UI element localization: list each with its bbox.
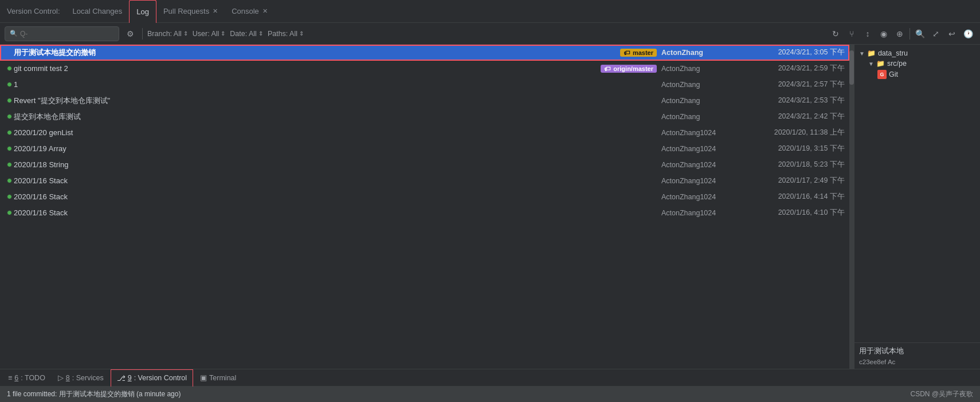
branch-filter-label: Branch: All [147,30,182,38]
log-graph-dot [5,210,14,215]
log-row[interactable]: 2020/1/19 ArrayActonZhang10242020/1/19, … [0,141,849,157]
log-row[interactable]: 2020/1/16 StackActonZhang10242020/1/17, … [0,173,849,189]
log-message: git commit test 2 [14,64,601,73]
log-row[interactable]: 2020/1/16 StackActonZhang10242020/1/16, … [0,205,849,221]
pin-button[interactable]: ⊕ [892,26,907,41]
scrollbar[interactable] [849,45,854,369]
log-graph-dot [5,130,14,135]
settings-button[interactable]: ⚙ [123,26,138,41]
main-content: 用于测试本地提交的撤销🏷 masterActonZhang2024/3/21, … [0,45,980,369]
log-message: 1 [14,80,657,89]
commit-hash: c23ee8ef Ac [859,358,975,365]
status-bar-right: CSDN @吴声子夜歌 [910,389,973,399]
search-icon: 🔍 [10,30,18,37]
log-date: 2020/1/16, 4:14 下午 [736,192,845,202]
folder-src-icon: 📁 [876,60,885,68]
log-badges: 🏷 master [620,49,657,57]
search-input[interactable] [20,30,112,38]
log-graph-dot [5,98,14,103]
log-graph-dot [5,114,14,119]
bottom-tab-version-control[interactable]: ⎇ 9 : Version Control [111,369,193,387]
log-graph-dot [5,162,14,167]
todo-icon: ≡ [8,374,12,382]
separator-1 [142,28,143,40]
folder-icon: 📁 [867,49,876,57]
log-date: 2024/3/21, 3:05 下午 [736,48,845,57]
log-date: 2024/3/21, 2:42 下午 [736,112,845,121]
log-message: Revert "提交到本地仓库测试" [14,96,657,106]
refresh-button[interactable]: ↻ [828,26,843,41]
log-row[interactable]: 2020/1/20 genListActonZhang10242020/1/20… [0,125,849,141]
tab-log-label: Log [136,7,149,16]
filter-group: Branch: All ⇕ User: All ⇕ Date: All ⇕ Pa… [147,30,304,38]
vc-label: : Version Control [134,374,187,382]
tab-log[interactable]: Log [129,0,156,23]
log-author: ActonZhang [661,113,736,121]
tree-item-data-stru[interactable]: ▼ 📁 data_stru [859,48,975,58]
log-date: 2024/3/21, 2:53 下午 [736,96,845,105]
eye-button[interactable]: ◉ [876,26,891,41]
user-filter-label: User: All [193,30,219,38]
tab-pull-requests-close[interactable]: ✕ [213,7,218,15]
bottom-tab-terminal[interactable]: ▣ Terminal [194,369,242,387]
scrollbar-thumb[interactable] [849,50,854,85]
services-number: 8 [66,374,70,382]
log-graph-dot [5,82,14,87]
version-control-label: Version Control: [5,7,66,15]
status-bar: 1 file committed: 用于测试本地提交的撤销 (a minute … [0,386,980,402]
tab-pull-requests[interactable]: Pull Requests ✕ [156,0,225,23]
tree-item-src-pe[interactable]: ▼ 📁 src/pe [859,58,975,69]
log-row[interactable]: git commit test 2🏷 origin/masterActonZha… [0,61,849,77]
bottom-tab-todo[interactable]: ≡ 6 : TODO [2,369,51,387]
badge-origin-master: 🏷 origin/master [601,65,657,73]
log-message: 2020/1/16 Stack [14,176,657,185]
log-row[interactable]: 2020/1/16 StackActonZhang10242020/1/16, … [0,189,849,205]
services-label: : Services [72,374,104,382]
log-date: 2020/1/19, 3:15 下午 [736,144,845,153]
log-row[interactable]: 1ActonZhang2024/3/21, 2:57 下午 [0,77,849,93]
tag-icon: 🏷 [624,49,632,56]
clock-button[interactable]: 🕐 [961,26,975,41]
status-bar-left: 1 file committed: 用于测试本地提交的撤销 (a minute … [7,389,181,399]
log-date: 2024/3/21, 2:57 下午 [736,80,845,89]
bottom-toolbar: ≡ 6 : TODO ▷ 8 : Services ⎇ 9 : Version … [0,369,980,386]
separator-2 [910,28,910,40]
log-row[interactable]: 提交到本地仓库测试ActonZhang2024/3/21, 2:42 下午 [0,109,849,125]
log-author: ActonZhang1024 [661,129,736,137]
tab-local-changes-label: Local Changes [73,7,123,15]
user-filter-arrow: ⇕ [221,30,225,37]
terminal-label: Terminal [209,374,236,382]
expand-button[interactable]: ⤢ [928,26,943,41]
sort-button[interactable]: ↕ [860,26,875,41]
branch-filter[interactable]: Branch: All ⇕ [147,30,188,38]
branch-icon-btn[interactable]: ⑂ [844,26,859,41]
tree-item-git[interactable]: G Git [859,69,975,80]
log-message: 用于测试本地提交的撤销 [14,48,620,58]
tab-console[interactable]: Console ✕ [225,0,275,23]
date-filter-arrow: ⇕ [258,30,263,37]
bottom-tab-services[interactable]: ▷ 8 : Services [52,369,109,387]
user-filter[interactable]: User: All ⇕ [193,30,226,38]
log-date: 2024/3/21, 2:59 下午 [736,64,845,73]
log-row[interactable]: 2020/1/18 StringActonZhang10242020/1/18,… [0,157,849,173]
log-row[interactable]: Revert "提交到本地仓库测试"ActonZhang2024/3/21, 2… [0,93,849,109]
undo-button[interactable]: ↩ [944,26,959,41]
toolbar: 🔍 ⚙ Branch: All ⇕ User: All ⇕ Date: All … [0,23,980,45]
log-author: ActonZhang [661,97,736,105]
search-box: 🔍 [5,26,119,41]
log-date: 2020/1/16, 4:10 下午 [736,208,845,218]
git-icon: G [877,70,887,79]
tab-console-close[interactable]: ✕ [262,7,268,15]
tab-bar: Version Control: Local Changes Log Pull … [0,0,980,23]
log-badges: 🏷 origin/master [601,65,657,73]
tab-local-changes[interactable]: Local Changes [66,0,130,23]
paths-filter[interactable]: Paths: All ⇕ [268,30,304,38]
branch-filter-arrow: ⇕ [183,30,188,37]
log-date: 2020/1/18, 5:23 下午 [736,160,845,170]
paths-filter-label: Paths: All [268,30,297,38]
right-panel: ▼ 📁 data_stru ▼ 📁 src/pe G Git 用于测试本地 c2… [854,45,980,369]
log-row[interactable]: 用于测试本地提交的撤销🏷 masterActonZhang2024/3/21, … [0,45,849,61]
vc-icon: ⎇ [117,374,126,383]
search-button-right[interactable]: 🔍 [912,26,927,41]
date-filter[interactable]: Date: All ⇕ [230,30,263,38]
